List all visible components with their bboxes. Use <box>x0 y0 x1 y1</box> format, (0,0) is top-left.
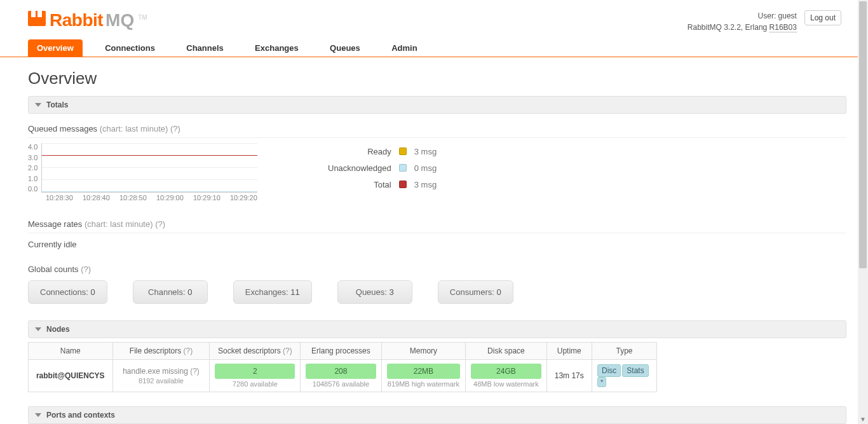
version-number: 3.2.2, <box>724 23 743 32</box>
tab-overview[interactable]: Overview <box>28 39 83 57</box>
erlang-main: 208 <box>306 364 376 379</box>
th-socket: Socket descriptors (?) <box>210 343 301 360</box>
th-disk: Disk space <box>466 343 546 360</box>
ytick: 3.0 <box>28 154 37 161</box>
chart-legend: Ready 3 msg Unacknowledged 0 msg Total 3… <box>328 143 445 193</box>
scrollbar-thumb[interactable] <box>859 1 867 268</box>
xtick: 10:28:40 <box>83 194 117 202</box>
header-meta: User: guest RabbitMQ 3.2.2, Erlang R16B0… <box>688 10 797 33</box>
section-totals-label: Totals <box>46 100 68 109</box>
table-row: rabbit@QUIENCYS handle.exe missing (?) 8… <box>29 360 657 392</box>
legend-unack-value: 0 msg <box>414 163 445 173</box>
legend-unack-swatch <box>399 164 407 172</box>
tab-exchanges[interactable]: Exchanges <box>246 39 308 57</box>
node-name-cell[interactable]: rabbit@QUIENCYS <box>29 360 113 392</box>
ytick: 2.0 <box>28 164 37 172</box>
memory-main: 22MB <box>387 364 461 379</box>
type-disc-badge[interactable]: Disc <box>597 364 621 377</box>
section-ports-toggle[interactable]: Ports and contexts <box>28 406 846 424</box>
section-ports-label: Ports and contexts <box>46 411 115 420</box>
vertical-scrollbar[interactable]: ▼ <box>858 0 868 424</box>
xtick: 10:28:30 <box>46 194 80 202</box>
queued-title: Queued messages <box>28 124 97 133</box>
socket-help-icon[interactable]: (?) <box>283 346 292 355</box>
legend-ready-value: 3 msg <box>414 147 445 156</box>
th-erlang: Erlang processes <box>301 343 381 360</box>
count-value: 0 <box>91 287 95 297</box>
ytick: 0.0 <box>28 185 37 193</box>
count-label: Consumers: <box>450 287 494 297</box>
legend-ready-swatch <box>399 147 407 155</box>
queued-hint: (chart: last minute) <box>100 124 168 133</box>
rabbitmq-logo-icon <box>28 11 46 26</box>
chart-plot-area <box>41 143 257 193</box>
chevron-down-icon <box>35 413 41 417</box>
count-channels[interactable]: Channels: 0 <box>133 280 208 304</box>
count-label: Channels: <box>148 287 186 297</box>
th-fd: File descriptors (?) <box>112 343 210 360</box>
tab-admin[interactable]: Admin <box>383 39 426 57</box>
count-consumers[interactable]: Consumers: 0 <box>438 280 513 304</box>
th-type: Type <box>592 343 656 360</box>
logo[interactable]: RabbitMQ TM <box>28 10 147 31</box>
logo-text-2: MQ <box>105 10 134 31</box>
node-disk-cell: 24GB 48MB low watermark <box>466 360 546 392</box>
user-label: User: <box>758 11 776 20</box>
version-prefix: RabbitMQ <box>688 23 722 32</box>
node-type-cell: DiscStats* <box>592 360 656 392</box>
logo-text-1: Rabbit <box>50 10 103 31</box>
rates-idle-text: Currently idle <box>28 240 846 249</box>
scroll-down-icon[interactable]: ▼ <box>858 414 868 424</box>
user-name: guest <box>778 11 797 20</box>
queued-help-icon[interactable]: (?) <box>170 124 180 133</box>
section-nodes-label: Nodes <box>46 325 70 334</box>
section-nodes-toggle[interactable]: Nodes <box>28 320 846 338</box>
erlang-version[interactable]: R16B03 <box>770 23 797 32</box>
count-label: Connections: <box>40 287 88 297</box>
th-memory: Memory <box>381 343 466 360</box>
memory-sub: 819MB high watermark <box>387 380 461 388</box>
type-stats-badge[interactable]: Stats <box>622 364 648 377</box>
logo-tm: TM <box>138 14 147 21</box>
node-fd-cell: handle.exe missing (?) 8192 available <box>112 360 210 392</box>
logout-button[interactable]: Log out <box>804 10 841 25</box>
ytick: 1.0 <box>28 175 37 182</box>
global-counts-help-icon[interactable]: (?) <box>81 264 91 274</box>
fd-row-help-icon[interactable]: (?) <box>190 367 200 376</box>
message-rates-heading: Message rates (chart: last minute) (?) <box>28 213 846 233</box>
count-value: 0 <box>496 287 501 297</box>
nav-tabs: Overview Connections Channels Exchanges … <box>0 39 859 57</box>
nodes-table: Name File descriptors (?) Socket descrip… <box>28 342 657 392</box>
count-label: Queues: <box>356 287 387 297</box>
rates-help-icon[interactable]: (?) <box>155 219 165 229</box>
count-value: 0 <box>187 287 192 297</box>
legend-total-label: Total <box>374 180 391 189</box>
count-queues[interactable]: Queues: 3 <box>337 280 412 304</box>
chart-y-axis: 4.0 3.0 2.0 1.0 0.0 <box>28 143 41 193</box>
fd-sub: 8192 available <box>118 377 205 385</box>
rates-title: Message rates <box>28 219 82 229</box>
chevron-down-icon <box>35 103 41 107</box>
xtick: 10:29:00 <box>156 194 191 202</box>
node-memory-cell: 22MB 819MB high watermark <box>381 360 466 392</box>
fd-help-icon[interactable]: (?) <box>184 346 193 355</box>
global-counts-row: Connections: 0 Channels: 0 Exchanges: 11… <box>28 280 846 304</box>
tab-connections[interactable]: Connections <box>96 39 164 57</box>
series-unack-line <box>42 191 257 192</box>
xtick: 10:28:50 <box>119 194 154 202</box>
count-exchanges[interactable]: Exchanges: 11 <box>233 280 312 304</box>
count-label: Exchanges: <box>245 287 288 297</box>
disk-main: 24GB <box>471 364 541 379</box>
section-totals-toggle[interactable]: Totals <box>28 96 846 114</box>
node-socket-cell: 2 7280 available <box>210 360 301 392</box>
tab-channels[interactable]: Channels <box>177 39 233 57</box>
queued-messages-heading: Queued messages (chart: last minute) (?) <box>28 118 846 138</box>
type-star-badge[interactable]: * <box>597 377 606 387</box>
th-name: Name <box>29 343 113 360</box>
tab-queues[interactable]: Queues <box>321 39 369 57</box>
legend-ready-label: Ready <box>367 147 391 156</box>
socket-main: 2 <box>215 364 295 379</box>
count-connections[interactable]: Connections: 0 <box>28 280 107 304</box>
ytick: 4.0 <box>28 143 37 151</box>
erlang-label: Erlang <box>745 23 768 32</box>
